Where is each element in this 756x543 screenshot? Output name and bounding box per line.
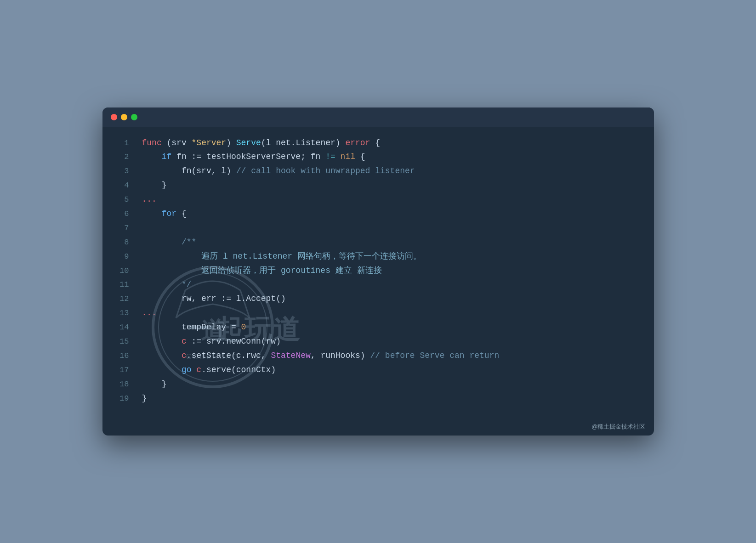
token: // before Serve can return	[370, 351, 499, 360]
token: if	[162, 152, 172, 161]
line-content: func (srv *Server) Serve(l net.Listener)…	[142, 136, 381, 150]
token: (srv	[162, 138, 192, 147]
line-number: 9	[112, 250, 129, 264]
line-content: go c.serve(connCtx)	[142, 363, 276, 377]
token: !=	[325, 152, 335, 161]
line-content: c := srv.newConn(rw)	[142, 334, 281, 349]
line-number: 10	[112, 265, 129, 278]
token: 遍历 l net.Listener 网络句柄，等待下一个连接访问。	[142, 252, 421, 261]
code-line: 13...	[112, 306, 640, 320]
token: c	[196, 365, 201, 374]
line-content: 遍历 l net.Listener 网络句柄，等待下一个连接访问。	[142, 249, 421, 264]
line-content: for {	[142, 207, 187, 221]
line-number: 5	[112, 193, 129, 207]
code-line: 14 tempDelay = 0	[112, 320, 640, 334]
token: error	[345, 138, 370, 147]
line-number: 11	[112, 278, 129, 292]
line-content: */	[142, 277, 192, 292]
code-line: 1func (srv *Server) Serve(l net.Listener…	[112, 136, 640, 150]
line-number: 15	[112, 335, 129, 349]
footer-credit: @稀土掘金技术社区	[102, 419, 654, 436]
maximize-button[interactable]	[131, 114, 137, 120]
code-line: 16 c.setState(c.rwc, StateNew, runHooks)…	[112, 349, 640, 363]
token: 返回给侦听器，用于 goroutines 建立 新连接	[142, 266, 382, 275]
code-container: 1func (srv *Server) Serve(l net.Listener…	[112, 136, 640, 406]
token: // call hook with unwrapped listener	[236, 166, 415, 175]
line-content	[142, 221, 147, 235]
code-line: 8 /**	[112, 235, 640, 249]
token: }	[142, 379, 167, 389]
token: Serve	[236, 138, 261, 147]
token	[142, 351, 182, 360]
line-content: tempDelay = 0	[142, 320, 246, 334]
token: for	[162, 209, 176, 218]
token: fn(srv, l)	[142, 166, 236, 175]
token	[142, 209, 162, 218]
code-line: 18 }	[112, 377, 640, 391]
token: {	[370, 138, 380, 147]
token: go	[182, 365, 192, 374]
minimize-button[interactable]	[121, 114, 127, 120]
window-titlebar	[102, 107, 654, 127]
code-window: 道 CODERDAO 一起玩道 1func (srv *Server) Serv…	[102, 107, 654, 436]
token: ...	[142, 308, 157, 317]
line-number: 4	[112, 179, 129, 192]
line-content: ...	[142, 306, 157, 320]
token: fn := testHookServerServe; fn	[171, 152, 325, 161]
close-button[interactable]	[111, 114, 117, 120]
line-content: /**	[142, 235, 197, 249]
token: StateNew	[271, 351, 310, 360]
line-content: }	[142, 178, 167, 192]
line-number: 13	[112, 307, 129, 320]
line-number: 12	[112, 293, 129, 306]
line-content: fn(srv, l) // call hook with unwrapped l…	[142, 164, 415, 178]
code-line: 5...	[112, 192, 640, 207]
code-line: 11 */	[112, 277, 640, 292]
token: func	[142, 138, 162, 147]
token: */	[142, 280, 192, 289]
token: .serve(connCtx)	[201, 365, 276, 374]
code-area: 道 CODERDAO 一起玩道 1func (srv *Server) Serv…	[102, 127, 654, 419]
code-line: 9 遍历 l net.Listener 网络句柄，等待下一个连接访问。	[112, 249, 640, 264]
code-line: 10 返回给侦听器，用于 goroutines 建立 新连接	[112, 264, 640, 278]
code-line: 6 for {	[112, 207, 640, 221]
code-line: 17 go c.serve(connCtx)	[112, 363, 640, 377]
code-line: 12 rw, err := l.Accept()	[112, 292, 640, 306]
token	[335, 152, 341, 161]
token: )	[226, 138, 236, 147]
token: tempDelay =	[142, 322, 241, 332]
line-number: 16	[112, 350, 129, 363]
token: 0	[241, 322, 246, 332]
code-line: 19}	[112, 391, 640, 406]
line-number: 2	[112, 151, 129, 164]
line-number: 7	[112, 222, 129, 235]
token: {	[176, 209, 187, 218]
token: *Server	[192, 138, 227, 147]
line-content: c.setState(c.rwc, StateNew, runHooks) //…	[142, 349, 500, 363]
token: rw, err := l.Accept()	[142, 294, 286, 303]
code-line: 3 fn(srv, l) // call hook with unwrapped…	[112, 164, 640, 178]
line-number: 1	[112, 137, 129, 150]
token: {	[355, 152, 365, 161]
line-number: 17	[112, 364, 129, 377]
code-line: 15 c := srv.newConn(rw)	[112, 334, 640, 349]
token: .setState(c.rwc,	[187, 351, 271, 360]
line-content: }	[142, 377, 167, 391]
line-content: rw, err := l.Accept()	[142, 292, 286, 306]
code-line: 4 }	[112, 178, 640, 192]
token	[142, 365, 182, 374]
line-content: }	[142, 391, 147, 406]
line-number: 18	[112, 378, 129, 391]
token: }	[142, 181, 167, 190]
line-content: 返回给侦听器，用于 goroutines 建立 新连接	[142, 264, 382, 278]
line-content: if fn := testHookServerServe; fn != nil …	[142, 150, 365, 164]
code-line: 2 if fn := testHookServerServe; fn != ni…	[112, 150, 640, 164]
token	[192, 365, 197, 374]
token: := srv.newConn(rw)	[187, 337, 281, 346]
token: , runHooks)	[311, 351, 370, 360]
line-number: 8	[112, 236, 129, 249]
line-number: 6	[112, 208, 129, 221]
token: nil	[341, 152, 355, 161]
line-content: ...	[142, 192, 157, 207]
line-number: 3	[112, 165, 129, 178]
